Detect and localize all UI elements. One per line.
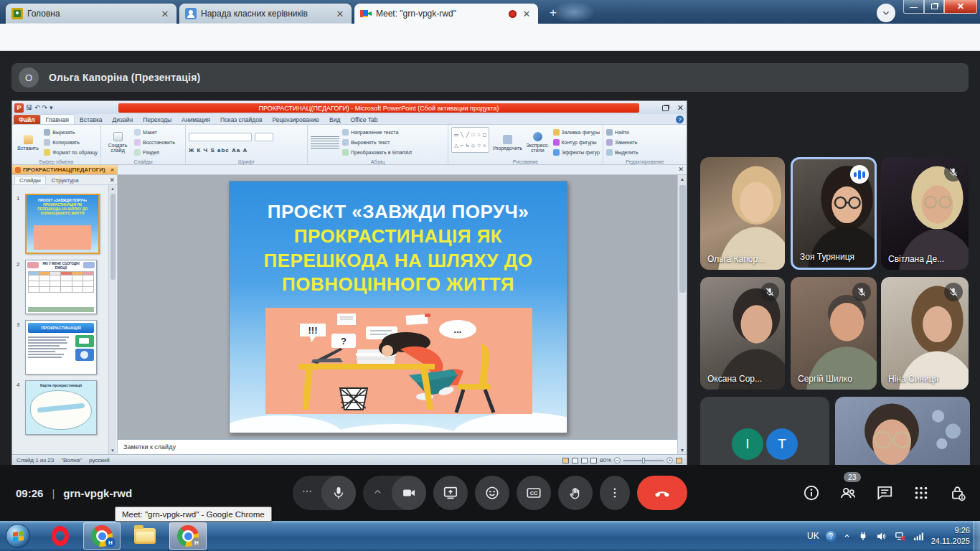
smartart-button[interactable]: Преобразовать в SmartArt [342,149,412,156]
ribbon-tab-transitions[interactable]: Переходы [138,115,176,124]
arrange-button[interactable]: Упорядочить [492,127,522,158]
replace-button[interactable]: Заменить [606,139,638,146]
shape-outline-button[interactable]: Контур фигуры [553,139,600,146]
minimize-button[interactable]: — [903,0,924,14]
taskbar-chrome2-button[interactable]: H [169,522,207,550]
document-tab[interactable]: ПРОКРАСТИНАЦ(ПЕДАГОГИ) × [12,165,118,174]
ribbon-tab-view[interactable]: Вид [324,115,345,124]
canvas-scrollbar[interactable]: ▲▼ [677,175,687,454]
panel-close-icon[interactable]: ✕ [109,176,115,184]
slideshow-view-icon[interactable] [590,458,597,463]
taskbar-chrome-button[interactable]: H [83,522,121,550]
ppt-close-icon[interactable]: ✕ [677,103,684,113]
signal-bars-icon[interactable] [913,530,925,542]
new-slide-button[interactable]: Создать слайд [104,127,131,158]
qat-dropdown-icon[interactable]: ▾ [50,104,53,111]
start-button[interactable] [6,524,30,548]
ribbon-tab-review[interactable]: Рецензирование [267,115,324,124]
audio-options-button[interactable] [293,486,321,500]
reactions-button[interactable] [475,476,509,510]
language-indicator[interactable]: русский [89,457,110,463]
restore-button[interactable] [924,0,944,14]
document-close-icon[interactable]: × [110,166,114,173]
align-icon[interactable] [311,143,339,149]
bullets-icon[interactable] [311,136,339,141]
participant-tile-svitlana[interactable]: Світлана Де... [881,157,969,270]
ribbon-tab-file[interactable]: Файл [14,115,40,124]
tray-clock[interactable]: 9:26 24.11.2025 [931,525,970,547]
tab-meet-active[interactable]: Meet: "grn-vpgk-rwd" ✕ [354,4,538,24]
new-tab-button[interactable]: + [544,6,562,20]
zoom-slider[interactable] [623,460,664,461]
ribbon-tab-slideshow[interactable]: Показ слайдов [215,115,268,124]
chat-button[interactable] [875,484,894,502]
font-size-select[interactable] [255,133,273,141]
leave-call-button[interactable] [637,476,687,510]
slide-thumbnail-4[interactable]: Карта прокрастинації [25,380,97,435]
help-icon[interactable]: ? [676,116,684,123]
ribbon-tab-home[interactable]: Главная [40,114,75,124]
more-options-button[interactable] [600,476,630,510]
copy-button[interactable]: Копировать [44,139,98,146]
hidden-icons-arrow[interactable] [843,532,851,540]
participants-button[interactable]: 23 [839,484,857,502]
find-button[interactable]: Найти [606,129,638,136]
reading-view-icon[interactable] [581,458,588,463]
font-family-select[interactable] [189,133,252,141]
slide-thumbnail-2[interactable]: ЯКІ У МЕНЕ СЬОГОДНІ ЕМОЦІЇ [25,260,97,314]
sorter-view-icon[interactable] [572,458,578,463]
save-icon[interactable]: 🖫 [26,104,32,111]
section-button[interactable]: Раздел [134,149,175,156]
tab-holovna[interactable]: Головна ✕ [6,4,176,24]
reset-button[interactable]: Восстановить [134,139,175,146]
network-disconnected-icon[interactable] [894,530,906,542]
panel-tab-outline[interactable]: Структура [47,176,83,184]
redo-icon[interactable]: ↷ [42,104,48,111]
participant-tile-olha[interactable]: Ольга Капор... [700,157,785,270]
participant-tile-oksana[interactable]: Оксана Сор... [700,277,785,390]
paste-button[interactable]: Вставить [15,127,41,158]
taskbar-explorer-button[interactable] [126,522,164,550]
font-style-buttons[interactable]: Ж К Ч S abc Аа А [189,147,273,154]
meeting-details-button[interactable] [802,484,821,502]
ribbon-tab-officetab[interactable]: Office Tab [345,115,382,124]
present-button[interactable] [433,476,468,510]
zoom-in-button[interactable]: + [666,457,673,463]
shape-effects-button[interactable]: Эффекты фигур [553,149,600,156]
language-switcher[interactable]: UK [807,531,819,541]
power-plug-icon[interactable] [857,530,869,542]
format-painter-button[interactable]: Формат по образцу [44,149,98,156]
captions-button[interactable]: CC [517,476,551,510]
volume-icon[interactable] [875,530,887,542]
ribbon-tab-animation[interactable]: Анимация [176,115,215,124]
tab-close-icon[interactable]: ✕ [521,9,532,19]
quick-styles-button[interactable]: Экспресс-стили [525,127,550,158]
participant-tile-serhii[interactable]: Сергій Шилко [791,277,877,390]
select-button[interactable]: Выделить [606,149,638,156]
participant-tile-nina[interactable]: Ніна Синиця [881,277,969,390]
close-button[interactable]: ✕ [944,0,977,14]
tab-search-button[interactable] [877,4,895,22]
taskbar-opera-button[interactable] [42,522,79,550]
tab-close-icon[interactable]: ✕ [159,9,171,19]
camera-button[interactable] [392,476,426,510]
help-tray-icon[interactable]: ? [826,531,837,542]
pane-close-icon[interactable]: ✕ [678,166,684,173]
panel-tab-slides[interactable]: Слайды [14,176,46,184]
cut-button[interactable]: Вырезать [44,129,98,136]
panel-scrollbar[interactable]: ▲▼ [108,185,116,454]
microphone-button[interactable] [321,476,356,510]
notes-pane[interactable]: Заметки к слайду [118,438,677,454]
participant-tile-zoia[interactable]: Зоя Туряниця [791,157,877,270]
tab-close-icon[interactable]: ✕ [334,9,346,19]
show-desktop-button[interactable] [974,521,980,551]
activities-button[interactable] [912,484,930,502]
align-text-button[interactable]: Выровнять текст [342,139,412,146]
slide-thumbnail-3[interactable]: ПРОКРАСТИНАЦІЯ [25,320,97,375]
raise-hand-button[interactable] [558,476,593,510]
shapes-gallery[interactable]: ▭╲╱□○◻ △⌐↳◇☆⟡ [451,127,489,153]
fit-to-window-icon[interactable] [676,458,682,463]
slide-thumbnail-1[interactable]: ПРОЄКТ «ЗАВЖДИ ПОРУЧ» ПРОКРАСТИНАЦІЯ ЯК … [25,194,100,254]
text-direction-button[interactable]: Направление текста [342,129,412,136]
ribbon-tab-insert[interactable]: Вставка [75,115,108,124]
